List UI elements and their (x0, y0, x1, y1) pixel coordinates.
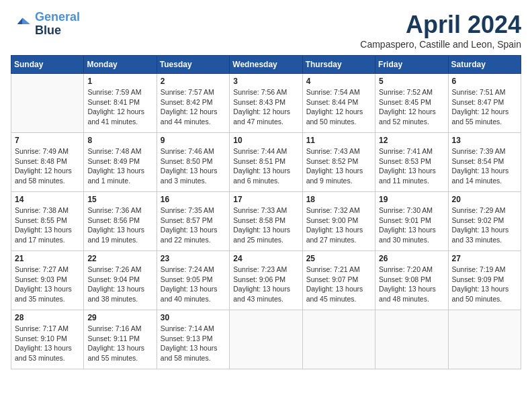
day-number: 7 (15, 136, 80, 145)
day-info: Sunrise: 7:44 AM Sunset: 8:51 PM Dayligh… (233, 146, 298, 186)
day-number: 9 (161, 136, 226, 145)
month-title: April 2024 (360, 11, 521, 39)
title-block: April 2024 Campaspero, Castille and Leon… (360, 11, 521, 50)
day-number: 24 (233, 254, 298, 263)
calendar-cell (230, 310, 302, 369)
calendar-cell: 3Sunrise: 7:56 AM Sunset: 8:43 PM Daylig… (230, 74, 302, 133)
day-info: Sunrise: 7:49 AM Sunset: 8:48 PM Dayligh… (15, 146, 80, 186)
calendar-cell: 26Sunrise: 7:20 AM Sunset: 9:08 PM Dayli… (375, 251, 448, 310)
day-info: Sunrise: 7:48 AM Sunset: 8:49 PM Dayligh… (87, 146, 152, 186)
calendar-cell: 12Sunrise: 7:41 AM Sunset: 8:53 PM Dayli… (375, 133, 448, 192)
calendar-cell (375, 310, 448, 369)
day-number: 13 (452, 136, 517, 145)
day-info: Sunrise: 7:20 AM Sunset: 9:08 PM Dayligh… (379, 265, 444, 304)
calendar-cell: 23Sunrise: 7:24 AM Sunset: 9:05 PM Dayli… (157, 251, 229, 310)
day-number: 25 (306, 254, 371, 263)
calendar-cell: 16Sunrise: 7:35 AM Sunset: 8:57 PM Dayli… (157, 192, 229, 251)
day-info: Sunrise: 7:24 AM Sunset: 9:05 PM Dayligh… (161, 265, 226, 304)
calendar-cell: 14Sunrise: 7:38 AM Sunset: 8:55 PM Dayli… (11, 192, 84, 251)
weekday-header-cell: Friday (375, 56, 448, 74)
day-info: Sunrise: 7:23 AM Sunset: 9:06 PM Dayligh… (233, 265, 298, 304)
day-number: 28 (15, 313, 80, 322)
calendar-cell: 30Sunrise: 7:14 AM Sunset: 9:13 PM Dayli… (157, 310, 229, 369)
day-number: 6 (452, 77, 517, 86)
day-number: 10 (233, 136, 298, 145)
day-info: Sunrise: 7:14 AM Sunset: 9:13 PM Dayligh… (161, 324, 226, 363)
calendar-cell (448, 310, 521, 369)
calendar-cell: 8Sunrise: 7:48 AM Sunset: 8:49 PM Daylig… (84, 133, 157, 192)
weekday-header-row: SundayMondayTuesdayWednesdayThursdayFrid… (11, 56, 521, 74)
day-number: 23 (161, 254, 226, 263)
calendar-cell: 27Sunrise: 7:19 AM Sunset: 9:09 PM Dayli… (448, 251, 521, 310)
calendar-cell: 21Sunrise: 7:27 AM Sunset: 9:03 PM Dayli… (11, 251, 84, 310)
day-number: 2 (161, 77, 226, 86)
calendar-body: 1Sunrise: 7:59 AM Sunset: 8:41 PM Daylig… (11, 74, 521, 369)
weekday-header-cell: Monday (84, 56, 157, 74)
calendar-cell: 13Sunrise: 7:39 AM Sunset: 8:54 PM Dayli… (448, 133, 521, 192)
day-number: 21 (15, 254, 80, 263)
svg-marker-0 (23, 17, 30, 24)
day-info: Sunrise: 7:30 AM Sunset: 9:01 PM Dayligh… (379, 205, 444, 245)
day-number: 1 (87, 77, 152, 86)
day-number: 20 (452, 195, 517, 204)
day-number: 3 (233, 77, 298, 86)
calendar-cell: 29Sunrise: 7:16 AM Sunset: 9:11 PM Dayli… (84, 310, 157, 369)
weekday-header-cell: Wednesday (230, 56, 302, 74)
calendar-cell: 24Sunrise: 7:23 AM Sunset: 9:06 PM Dayli… (230, 251, 302, 310)
day-number: 4 (306, 77, 371, 86)
day-number: 8 (87, 136, 152, 145)
calendar-table: SundayMondayTuesdayWednesdayThursdayFrid… (11, 55, 521, 369)
day-info: Sunrise: 7:57 AM Sunset: 8:42 PM Dayligh… (161, 87, 226, 127)
day-info: Sunrise: 7:46 AM Sunset: 8:50 PM Dayligh… (161, 146, 226, 186)
weekday-header-cell: Tuesday (157, 56, 229, 74)
calendar-week-row: 14Sunrise: 7:38 AM Sunset: 8:55 PM Dayli… (11, 192, 521, 251)
day-number: 12 (379, 136, 444, 145)
page-header: General Blue April 2024 Campaspero, Cast… (11, 11, 521, 50)
svg-marker-1 (17, 17, 23, 24)
logo: General Blue (11, 11, 80, 38)
day-info: Sunrise: 7:17 AM Sunset: 9:10 PM Dayligh… (15, 324, 80, 363)
day-number: 22 (87, 254, 152, 263)
calendar-cell: 2Sunrise: 7:57 AM Sunset: 8:42 PM Daylig… (157, 74, 229, 133)
calendar-cell: 19Sunrise: 7:30 AM Sunset: 9:01 PM Dayli… (375, 192, 448, 251)
day-info: Sunrise: 7:35 AM Sunset: 8:57 PM Dayligh… (161, 205, 226, 245)
logo-icon (11, 13, 32, 35)
calendar-week-row: 28Sunrise: 7:17 AM Sunset: 9:10 PM Dayli… (11, 310, 521, 369)
weekday-header-cell: Thursday (302, 56, 375, 74)
day-info: Sunrise: 7:16 AM Sunset: 9:11 PM Dayligh… (87, 324, 152, 363)
calendar-cell: 7Sunrise: 7:49 AM Sunset: 8:48 PM Daylig… (11, 133, 84, 192)
day-info: Sunrise: 7:59 AM Sunset: 8:41 PM Dayligh… (87, 87, 152, 127)
day-number: 30 (161, 313, 226, 322)
day-number: 15 (87, 195, 152, 204)
calendar-cell: 20Sunrise: 7:29 AM Sunset: 9:02 PM Dayli… (448, 192, 521, 251)
calendar-week-row: 7Sunrise: 7:49 AM Sunset: 8:48 PM Daylig… (11, 133, 521, 192)
calendar-cell: 5Sunrise: 7:52 AM Sunset: 8:45 PM Daylig… (375, 74, 448, 133)
calendar-cell: 15Sunrise: 7:36 AM Sunset: 8:56 PM Dayli… (84, 192, 157, 251)
day-info: Sunrise: 7:38 AM Sunset: 8:55 PM Dayligh… (15, 205, 80, 245)
calendar-cell: 4Sunrise: 7:54 AM Sunset: 8:44 PM Daylig… (302, 74, 375, 133)
day-info: Sunrise: 7:21 AM Sunset: 9:07 PM Dayligh… (306, 265, 371, 304)
day-info: Sunrise: 7:27 AM Sunset: 9:03 PM Dayligh… (15, 265, 80, 304)
day-info: Sunrise: 7:56 AM Sunset: 8:43 PM Dayligh… (233, 87, 298, 127)
calendar-cell: 11Sunrise: 7:43 AM Sunset: 8:52 PM Dayli… (302, 133, 375, 192)
day-info: Sunrise: 7:51 AM Sunset: 8:47 PM Dayligh… (452, 87, 517, 127)
calendar-cell: 17Sunrise: 7:33 AM Sunset: 8:58 PM Dayli… (230, 192, 302, 251)
day-number: 5 (379, 77, 444, 86)
day-number: 17 (233, 195, 298, 204)
location-subtitle: Campaspero, Castille and Leon, Spain (360, 39, 521, 50)
calendar-cell: 10Sunrise: 7:44 AM Sunset: 8:51 PM Dayli… (230, 133, 302, 192)
day-info: Sunrise: 7:36 AM Sunset: 8:56 PM Dayligh… (87, 205, 152, 245)
day-number: 26 (379, 254, 444, 263)
calendar-cell: 1Sunrise: 7:59 AM Sunset: 8:41 PM Daylig… (84, 74, 157, 133)
calendar-cell (302, 310, 375, 369)
day-info: Sunrise: 7:39 AM Sunset: 8:54 PM Dayligh… (452, 146, 517, 186)
day-number: 11 (306, 136, 371, 145)
calendar-cell: 22Sunrise: 7:26 AM Sunset: 9:04 PM Dayli… (84, 251, 157, 310)
calendar-cell: 25Sunrise: 7:21 AM Sunset: 9:07 PM Dayli… (302, 251, 375, 310)
weekday-header-cell: Saturday (448, 56, 521, 74)
logo-text: General Blue (35, 11, 80, 38)
day-number: 18 (306, 195, 371, 204)
calendar-cell: 9Sunrise: 7:46 AM Sunset: 8:50 PM Daylig… (157, 133, 229, 192)
day-info: Sunrise: 7:41 AM Sunset: 8:53 PM Dayligh… (379, 146, 444, 186)
day-number: 27 (452, 254, 517, 263)
